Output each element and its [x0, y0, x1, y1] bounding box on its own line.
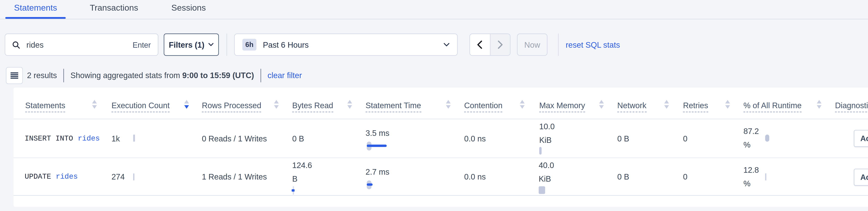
- statement-time-value: 2.7 ms: [366, 167, 390, 176]
- search-icon: [12, 41, 20, 49]
- time-next-button[interactable]: [490, 34, 510, 55]
- activate-diagnostics-button[interactable]: Activate: [854, 130, 868, 147]
- statement-table-name: rides: [78, 134, 100, 142]
- now-label: Now: [524, 40, 540, 49]
- statement-time-value: 3.5 ms: [366, 129, 390, 138]
- search-box[interactable]: Enter: [5, 33, 158, 56]
- now-button[interactable]: Now: [517, 33, 548, 56]
- time-prev-button[interactable]: [470, 34, 490, 55]
- search-enter-hint: Enter: [133, 40, 151, 49]
- statement-link[interactable]: UPDATErides: [25, 173, 78, 181]
- network-value: 0 B: [617, 134, 629, 143]
- bytes-read-value: 0 B: [292, 134, 304, 143]
- search-input[interactable]: [25, 39, 132, 50]
- tab-transactions[interactable]: Transactions: [90, 3, 138, 12]
- results-showing-text: Showing aggregated stats from 9:00 to 15…: [70, 71, 254, 80]
- chevron-down-icon: [209, 43, 214, 47]
- column-header-contention[interactable]: Contention: [464, 101, 503, 110]
- max-memory-value: 40.0 KiB: [539, 159, 562, 186]
- contention-value: 0.0 ns: [464, 134, 486, 143]
- sort-icon-max-memory[interactable]: [599, 100, 604, 108]
- max-memory-bar: [539, 186, 545, 194]
- table-header-row: Statements Execution Count Rows Processe…: [13, 87, 868, 119]
- max-memory-bar: [539, 147, 541, 155]
- table-row: UPDATErides 274 1 Reads / 1 Writes 124.6…: [13, 158, 868, 195]
- results-time-range: 9:00 to 15:59 (UTC): [182, 71, 254, 80]
- tab-statements[interactable]: Statements: [14, 3, 57, 12]
- retries-value: 0: [683, 134, 687, 143]
- tab-sessions-label: Sessions: [172, 3, 206, 12]
- table-bottom-border: [13, 195, 868, 196]
- sort-icon-statements[interactable]: [92, 100, 97, 108]
- statement-link[interactable]: INSERT INTOrides: [25, 134, 100, 142]
- statement-table-name: rides: [56, 173, 78, 181]
- toolbar-divider: [558, 33, 558, 56]
- tab-statements-label: Statements: [14, 3, 57, 12]
- time-range-label: Past 6 Hours: [263, 40, 309, 49]
- column-header-max-memory[interactable]: Max Memory: [539, 101, 585, 110]
- percent-runtime-value: 12.8 %: [744, 163, 767, 190]
- sort-icon-percent-runtime[interactable]: [817, 100, 822, 108]
- execution-count-value: 1k: [112, 134, 120, 143]
- results-summary: 2 results Showing aggregated stats from …: [27, 67, 302, 84]
- statements-table-card: Statements Execution Count Rows Processe…: [13, 87, 868, 207]
- bytes-read-value: 124.6 B: [292, 159, 316, 186]
- tab-sessions[interactable]: Sessions: [172, 3, 206, 12]
- column-selector-button[interactable]: [6, 67, 23, 84]
- tab-bar: Statements Transactions Sessions: [0, 0, 868, 20]
- execution-count-bar: [133, 135, 135, 142]
- sort-icon-rows-processed[interactable]: [274, 100, 279, 108]
- reset-sql-stats-link[interactable]: reset SQL stats: [566, 41, 620, 49]
- time-range-badge: 6h: [242, 39, 256, 51]
- sort-icon-bytes-read[interactable]: [347, 100, 352, 108]
- time-nav-arrows: [469, 33, 510, 56]
- sort-icon-contention[interactable]: [520, 100, 525, 108]
- results-count: 2 results: [27, 71, 57, 80]
- time-range-dropdown[interactable]: 6h Past 6 Hours: [234, 33, 458, 56]
- tab-transactions-label: Transactions: [90, 3, 138, 12]
- statement-time-mean-bar: [367, 144, 387, 147]
- bytes-read-mean-bar: [292, 189, 294, 192]
- execution-count-bar: [133, 174, 134, 181]
- filters-label: Filters (1): [169, 40, 204, 49]
- list-lines-icon: [10, 72, 18, 79]
- chevron-left-icon: [477, 41, 483, 49]
- network-value: 0 B: [617, 172, 629, 181]
- active-tab-underline: [5, 17, 66, 19]
- execution-count-value: 274: [112, 172, 125, 181]
- column-header-rows-processed[interactable]: Rows Processed: [202, 101, 261, 110]
- chevron-right-icon: [497, 41, 503, 49]
- column-header-retries[interactable]: Retries: [683, 101, 708, 110]
- column-header-bytes-read[interactable]: Bytes Read: [292, 101, 333, 110]
- percent-runtime-bar: [765, 135, 769, 142]
- column-header-execution-count[interactable]: Execution Count: [112, 101, 169, 110]
- retries-value: 0: [683, 172, 687, 181]
- clear-filter-link[interactable]: clear filter: [268, 71, 302, 80]
- column-header-statement-time[interactable]: Statement Time: [366, 101, 421, 110]
- table-row: INSERT INTOrides 1k 0 Reads / 1 Writes 0…: [13, 119, 868, 158]
- percent-runtime-value: 87.2 %: [744, 125, 767, 152]
- sort-icon-execution-count-active[interactable]: [184, 100, 189, 108]
- results-divider: [63, 69, 64, 82]
- contention-value: 0.0 ns: [464, 172, 486, 181]
- activate-diagnostics-button[interactable]: Activate: [854, 169, 868, 186]
- statement-time-mean-bar: [367, 183, 373, 186]
- rows-processed-value: 1 Reads / 1 Writes: [202, 172, 267, 181]
- toolbar-divider: [226, 33, 227, 56]
- rows-processed-value: 0 Reads / 1 Writes: [202, 134, 267, 143]
- filters-button[interactable]: Filters (1): [164, 33, 219, 56]
- results-divider: [260, 69, 261, 82]
- column-header-statements[interactable]: Statements: [25, 101, 65, 110]
- sort-icon-statement-time[interactable]: [446, 100, 451, 108]
- column-header-diagnostics[interactable]: Diagnostics: [835, 101, 868, 110]
- max-memory-value: 10.0 KiB: [539, 120, 563, 147]
- chevron-down-icon: [443, 43, 450, 47]
- sort-icon-network[interactable]: [664, 100, 669, 108]
- column-header-network[interactable]: Network: [617, 101, 646, 110]
- statements-page: Statements Transactions Sessions Enter F…: [0, 0, 868, 211]
- percent-runtime-bar: [765, 174, 767, 181]
- column-header-percent-runtime[interactable]: % of All Runtime: [744, 101, 802, 110]
- sort-icon-retries[interactable]: [725, 100, 730, 108]
